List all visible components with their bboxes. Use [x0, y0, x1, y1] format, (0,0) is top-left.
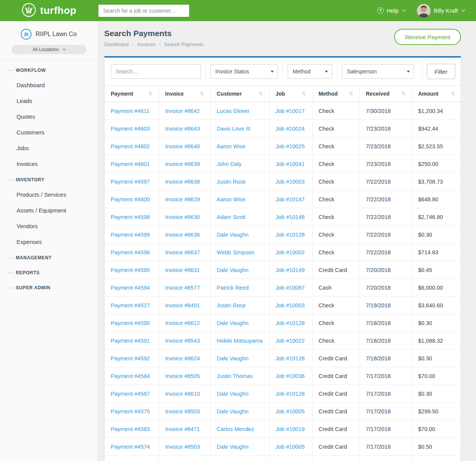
- sidebar-item-jobs[interactable]: Jobs: [0, 140, 98, 156]
- invoice-link[interactable]: Invoice #8631: [159, 261, 210, 279]
- payment-link[interactable]: Payment #4574: [105, 438, 159, 456]
- job-link[interactable]: Job #10019: [269, 420, 312, 438]
- nav-section-super-admin[interactable]: SUPER ADMIN: [0, 280, 98, 295]
- job-link[interactable]: Job #10005: [269, 438, 312, 456]
- invoice-link[interactable]: Invoice #8640: [159, 138, 210, 155]
- column-header-payment[interactable]: Payment⇅: [105, 86, 159, 102]
- customer-link[interactable]: Dale Vaughn: [210, 314, 269, 332]
- customer-link[interactable]: Dale Vaughn: [210, 226, 269, 244]
- customer-link[interactable]: Dale Vaughn: [210, 350, 269, 367]
- payments-search-input[interactable]: [111, 64, 201, 79]
- job-link[interactable]: Job #10022: [269, 332, 312, 350]
- job-link[interactable]: Job #10128: [269, 314, 312, 332]
- job-link[interactable]: Job #10025: [269, 138, 312, 155]
- customer-link[interactable]: Dale Vaughn: [210, 261, 269, 279]
- job-link[interactable]: Job #10128: [269, 350, 312, 367]
- payment-link[interactable]: Payment #4595: [105, 261, 159, 279]
- sidebar-item-expenses[interactable]: Expenses: [0, 234, 98, 250]
- nav-section-management[interactable]: MANAGEMENT: [0, 250, 98, 265]
- locations-dropdown[interactable]: All Locations: [12, 45, 87, 54]
- invoice-link[interactable]: Invoice #8639: [159, 155, 210, 173]
- sidebar-item-customers[interactable]: Customers: [0, 124, 98, 140]
- method-select[interactable]: Method: [288, 64, 332, 79]
- payment-link[interactable]: Payment #4603: [105, 120, 159, 138]
- customer-link[interactable]: Justin Rose: [210, 297, 269, 314]
- invoice-link[interactable]: Invoice #8577: [159, 279, 210, 297]
- customer-link[interactable]: John Daly: [210, 155, 269, 173]
- job-link[interactable]: Job #10087: [269, 279, 312, 297]
- brand-logo[interactable]: turfhop: [0, 3, 98, 19]
- invoice-link[interactable]: Invoice #8505: [159, 367, 210, 385]
- invoice-link[interactable]: Invoice #8636: [159, 226, 210, 244]
- filter-button[interactable]: Filter: [427, 64, 455, 79]
- payment-link[interactable]: Payment #4527: [105, 297, 159, 314]
- column-header-method[interactable]: Method⇅: [312, 86, 359, 102]
- payment-link[interactable]: Payment #4592: [105, 350, 159, 367]
- customer-link[interactable]: Patrick Reed: [210, 279, 269, 297]
- column-header-amount[interactable]: Amount⇅: [412, 86, 461, 102]
- sidebar-item-assets-equipment[interactable]: Assets / Equipment: [0, 202, 98, 218]
- invoice-link[interactable]: Invoice #8629: [159, 191, 210, 208]
- column-header-invoice[interactable]: Invoice⇅: [159, 86, 210, 102]
- column-header-job[interactable]: Job⇅: [269, 86, 312, 102]
- customer-link[interactable]: Davis Love III: [210, 120, 269, 138]
- payment-link[interactable]: Payment #4591: [105, 332, 159, 350]
- customer-link[interactable]: Lucas Glover: [210, 102, 269, 120]
- column-header-customer[interactable]: Customer⇅: [210, 86, 269, 102]
- column-header-received[interactable]: Received⇅: [359, 86, 412, 102]
- customer-link[interactable]: Aaron Wise: [210, 191, 269, 208]
- invoice-link[interactable]: Invoice #8612: [159, 314, 210, 332]
- job-link[interactable]: Job #10024: [269, 120, 312, 138]
- customer-link[interactable]: Dale Vaughn: [210, 438, 269, 456]
- payment-link[interactable]: Payment #4598: [105, 208, 159, 226]
- invoice-link[interactable]: Invoice #8543: [159, 332, 210, 350]
- payment-link[interactable]: Payment #4590: [105, 314, 159, 332]
- job-link[interactable]: Job #10128: [269, 226, 312, 244]
- payment-link[interactable]: Payment #4583: [105, 420, 159, 438]
- invoice-link[interactable]: Invoice #8638: [159, 173, 210, 191]
- payment-link[interactable]: Payment #4594: [105, 279, 159, 297]
- invoice-link[interactable]: Invoice #8630: [159, 208, 210, 226]
- job-link[interactable]: Job #10005: [269, 403, 312, 420]
- job-link[interactable]: Job #10148: [269, 208, 312, 226]
- payment-link[interactable]: Payment #4601: [105, 155, 159, 173]
- invoice-status-select[interactable]: Invoice Status: [210, 64, 278, 79]
- customer-link[interactable]: Webb Simpson: [210, 244, 269, 261]
- invoice-link[interactable]: Invoice #8643: [159, 120, 210, 138]
- job-link[interactable]: Job #10017: [269, 102, 312, 120]
- sidebar-item-invoices[interactable]: Invoices: [0, 156, 98, 172]
- payment-link[interactable]: Payment #4587: [105, 385, 159, 403]
- customer-link[interactable]: Adam Scott: [210, 208, 269, 226]
- payment-link[interactable]: Payment #4575: [105, 403, 159, 420]
- payment-link[interactable]: Payment #4611: [105, 102, 159, 120]
- customer-link[interactable]: Aaron Wise: [210, 138, 269, 155]
- invoice-link[interactable]: Invoice #8637: [159, 244, 210, 261]
- payment-link[interactable]: Payment #4596: [105, 244, 159, 261]
- job-link[interactable]: Job #10128: [269, 385, 312, 403]
- job-link[interactable]: Job #10003: [269, 173, 312, 191]
- sidebar-item-dashboard[interactable]: Dashboard: [0, 77, 98, 93]
- sidebar-item-vendors[interactable]: Vendors: [0, 218, 98, 234]
- breadcrumb-dashboard[interactable]: Dashboard: [104, 41, 129, 47]
- invoice-link[interactable]: Invoice #8491: [159, 297, 210, 314]
- payment-link[interactable]: Payment #4600: [105, 191, 159, 208]
- job-link[interactable]: Job #10036: [269, 367, 312, 385]
- invoice-link[interactable]: Invoice #8624: [159, 350, 210, 367]
- customer-link[interactable]: Dale Vaughn: [210, 403, 269, 420]
- invoice-link[interactable]: Invoice #8503: [159, 438, 210, 456]
- invoice-link[interactable]: Invoice #8471: [159, 420, 210, 438]
- payment-link[interactable]: Payment #4602: [105, 138, 159, 155]
- user-menu[interactable]: Billy Kraft: [417, 4, 464, 18]
- sidebar-item-quotes[interactable]: Quotes: [0, 109, 98, 124]
- payment-link[interactable]: Payment #4597: [105, 173, 159, 191]
- job-link[interactable]: Job #10147: [269, 191, 312, 208]
- salesperson-select[interactable]: Salesperson: [342, 64, 414, 79]
- nav-section-reports[interactable]: REPORTS: [0, 265, 98, 280]
- job-link[interactable]: Job #10002: [269, 244, 312, 261]
- invoice-link[interactable]: Invoice #8610: [159, 385, 210, 403]
- sidebar-item-leads[interactable]: Leads: [0, 93, 98, 109]
- customer-link[interactable]: Justin Thomas: [210, 367, 269, 385]
- breadcrumb-invoices[interactable]: Invoices: [137, 41, 156, 47]
- invoice-link[interactable]: Invoice #8503: [159, 403, 210, 420]
- job-link[interactable]: Job #10041: [269, 155, 312, 173]
